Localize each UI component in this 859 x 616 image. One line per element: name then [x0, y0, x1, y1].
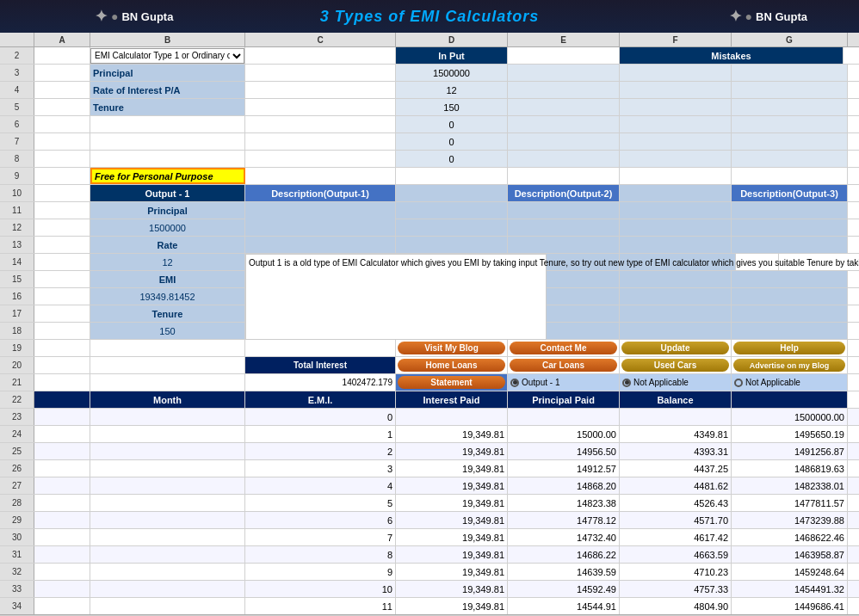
cell-d3[interactable]: 1500000: [396, 65, 508, 81]
column-headers: A B C D E F G H: [0, 33, 859, 47]
cell-h6: [848, 116, 859, 132]
cell-d13: [396, 237, 508, 253]
cell-e20[interactable]: Car Loans: [508, 357, 620, 373]
car-loans-button[interactable]: Car Loans: [510, 359, 617, 372]
cell-g19[interactable]: Help: [732, 340, 848, 356]
emi-type-dropdown[interactable]: EMI Calculator Type 1 or Ordinary or Old…: [90, 48, 244, 64]
cell-e8: [508, 151, 620, 167]
cell-b20: [90, 357, 245, 373]
cell-f3: [620, 65, 732, 81]
not-applicable-g-radio[interactable]: Not Applicable: [734, 378, 800, 387]
cell-c11: [245, 202, 396, 219]
cell-a22: [34, 391, 90, 408]
cell-h17: [848, 305, 859, 322]
cell-h16: [848, 288, 859, 305]
cell-h2: [844, 47, 859, 64]
col-header-e: E: [508, 33, 620, 46]
cell-d19[interactable]: Visit My Blog: [396, 340, 508, 356]
header-title: 3 Types of EMI Calculators: [320, 8, 539, 26]
home-loans-button[interactable]: Home Loans: [398, 359, 505, 372]
cell-g6: [732, 116, 848, 132]
cell-g9: [732, 168, 848, 184]
not-applicable-f-radio[interactable]: Not Applicable: [622, 378, 689, 387]
help-button[interactable]: Help: [733, 342, 845, 354]
cell-b15: EMI: [90, 271, 245, 287]
cell-e19[interactable]: Contact Me: [508, 340, 620, 356]
row-2: 2 EMI Calculator Type 1 or Ordinary or O…: [0, 47, 859, 65]
cell-c7: [245, 133, 396, 150]
col-header-rownum: [0, 33, 34, 46]
cell-b11: Principal: [90, 202, 245, 219]
cell-g16: [732, 288, 848, 305]
cell-d4[interactable]: 12: [396, 82, 508, 98]
output1-radio[interactable]: Output - 1: [510, 378, 559, 387]
cell-e21[interactable]: Output - 1: [508, 374, 620, 391]
col-header-d: D: [396, 33, 508, 46]
cell-d8[interactable]: 0: [396, 151, 508, 167]
cell-b17: Tenure: [90, 305, 245, 322]
output1-radio-label: Output - 1: [522, 378, 559, 387]
cell-c23: 0: [245, 409, 396, 425]
cell-d21[interactable]: Statement: [396, 374, 508, 391]
cell-f6: [620, 116, 732, 132]
cell-h22: [848, 391, 859, 408]
not-applicable-g-dot[interactable]: [734, 379, 743, 387]
used-cars-button[interactable]: Used Cars: [621, 359, 729, 372]
cell-b8: [90, 151, 245, 167]
rownum-13: 13: [0, 237, 34, 253]
contact-me-button[interactable]: Contact Me: [510, 342, 617, 354]
not-applicable-f-dot[interactable]: [622, 379, 631, 387]
cell-a19: [34, 340, 90, 356]
cell-d5[interactable]: 150: [396, 99, 508, 115]
cell-g10: Description(Output-3): [732, 185, 848, 201]
advertise-button[interactable]: Advertise on my Blog: [733, 359, 845, 372]
rownum-26: 26: [0, 460, 34, 477]
row-9: 9 Free for Personal Purpose: [0, 168, 859, 185]
statement-button[interactable]: Statement: [398, 376, 505, 389]
cell-b2[interactable]: EMI Calculator Type 1 or Ordinary or Old…: [90, 47, 245, 64]
update-button[interactable]: Update: [621, 342, 729, 354]
cell-h8: [848, 151, 859, 167]
col-header-b: B: [90, 33, 245, 46]
cell-h10: [848, 185, 859, 201]
cell-a6: [34, 116, 90, 132]
cell-b21: [90, 374, 245, 391]
cell-d7[interactable]: 0: [396, 133, 508, 150]
cell-f21[interactable]: Not Applicable: [620, 374, 732, 391]
rownum-15: 15: [0, 271, 34, 287]
cell-a16: [34, 288, 90, 305]
cell-d20[interactable]: Home Loans: [396, 357, 508, 373]
cell-g21[interactable]: Not Applicable: [732, 374, 848, 391]
not-applicable-g-label: Not Applicable: [745, 378, 800, 387]
cell-h4: [848, 82, 859, 98]
rownum-27: 27: [0, 477, 34, 494]
cell-f4: [620, 82, 732, 98]
col-header-a: A: [34, 33, 90, 46]
compass-right-icon: ✦: [729, 7, 742, 26]
cell-a18: [34, 323, 90, 339]
cell-f20[interactable]: Used Cars: [620, 357, 732, 373]
cell-f5: [620, 99, 732, 115]
cell-d6[interactable]: 0: [396, 116, 508, 132]
rownum-14: 14: [0, 254, 34, 270]
cell-f17: [620, 305, 732, 322]
cell-g23: 1500000.00: [732, 409, 848, 425]
cell-h13: [848, 237, 859, 253]
row-32: 32 9 19,349.81 14639.59 4710.23 1459248.…: [0, 564, 859, 581]
rownum-4: 4: [0, 82, 34, 98]
cell-g20[interactable]: Advertise on my Blog: [732, 357, 848, 373]
rownum-29: 29: [0, 512, 34, 528]
rownum-8: 8: [0, 151, 34, 167]
cell-d23: [396, 409, 508, 425]
cell-c12: [245, 219, 396, 236]
rownum-28: 28: [0, 495, 34, 511]
visit-blog-button[interactable]: Visit My Blog: [398, 342, 505, 354]
cell-a13: [34, 237, 90, 253]
cell-b23: [90, 409, 245, 425]
cell-h9: [848, 168, 859, 184]
output1-radio-dot[interactable]: [510, 379, 519, 387]
cell-f19[interactable]: Update: [620, 340, 732, 356]
cell-f18: [620, 323, 732, 339]
cell-b9: Free for Personal Purpose: [90, 168, 245, 184]
rownum-9: 9: [0, 168, 34, 184]
